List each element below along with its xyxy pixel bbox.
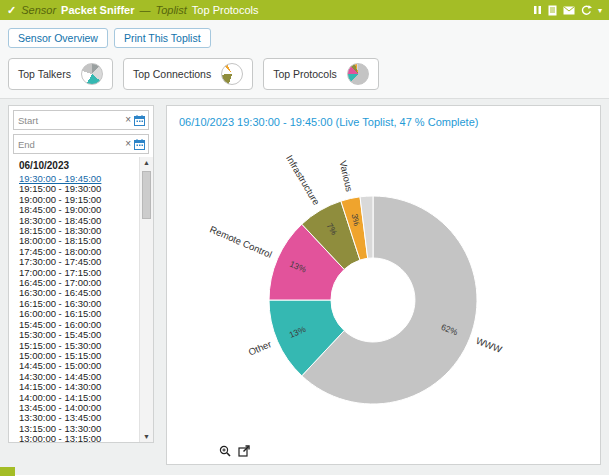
chart-tools xyxy=(219,445,250,457)
sensor-overview-button[interactable]: Sensor Overview xyxy=(8,28,108,48)
time-range-panel: × × 06/10/2023 19:30:00 - 19:45:0019:15:… xyxy=(8,105,154,443)
email-icon[interactable] xyxy=(563,6,575,15)
open-new-window-icon[interactable] xyxy=(238,445,250,457)
time-range-item[interactable]: 14:15:00 - 14:30:00 xyxy=(9,382,139,392)
status-ok-icon: ✓ xyxy=(7,4,16,17)
date-header: 06/10/2023 xyxy=(9,157,139,174)
slice-category-label: Infrastructure xyxy=(284,153,322,207)
calendar-icon[interactable] xyxy=(134,139,145,150)
tab-label: Top Protocols xyxy=(273,68,337,80)
tab-top-talkers[interactable]: Top Talkers xyxy=(8,58,113,90)
refresh-icon[interactable] xyxy=(581,5,592,16)
slice-category-label: Other xyxy=(246,338,272,358)
slice-category-label: Various xyxy=(337,160,355,193)
tab-label: Top Connections xyxy=(133,68,211,80)
slice-category-label: WWW xyxy=(474,335,503,355)
titlebar: ✓ Sensor Packet Sniffer — Toplist Top Pr… xyxy=(0,0,609,20)
scroll-up-icon[interactable]: ▲ xyxy=(140,159,153,166)
chart-title: 06/10/2023 19:30:00 - 19:45:00 (Live Top… xyxy=(179,116,596,128)
breadcrumb-separator: — xyxy=(139,4,150,16)
scroll-down-icon[interactable]: ▼ xyxy=(140,433,153,440)
breadcrumb-section-label: Toplist xyxy=(155,4,186,16)
breadcrumb-page-label: Top Protocols xyxy=(192,4,259,16)
slice-category-label: Remote Control xyxy=(208,224,273,261)
prtg-toplist-page: ✓ Sensor Packet Sniffer — Toplist Top Pr… xyxy=(0,0,609,476)
time-range-item[interactable]: 15:30:00 - 15:45:00 xyxy=(9,330,139,340)
breadcrumb-sensor-name[interactable]: Packet Sniffer xyxy=(61,4,134,16)
time-range-scroll: 06/10/2023 19:30:00 - 19:45:0019:15:00 -… xyxy=(9,157,139,442)
start-date-input[interactable] xyxy=(14,115,122,126)
end-date-row: × xyxy=(13,134,149,154)
tab-top-connections[interactable]: Top Connections xyxy=(123,58,253,90)
report-icon[interactable] xyxy=(548,5,557,16)
pause-icon[interactable] xyxy=(533,5,542,15)
pie-thumbnail-icon xyxy=(347,63,369,85)
refresh-menu-caret-icon[interactable]: ▾ xyxy=(598,6,602,15)
protocol-donut-chart: 62%WWW13%Other13%Remote Control7%Infrast… xyxy=(183,132,593,456)
titlebar-actions: ▾ xyxy=(533,5,602,16)
time-range-list: 19:30:00 - 19:45:0019:15:00 - 19:30:0019… xyxy=(9,174,139,442)
zoom-icon[interactable] xyxy=(219,445,231,457)
footer-accent xyxy=(0,467,15,476)
scrollbar[interactable]: ▲ ▼ xyxy=(139,157,153,442)
toplist-tabs: Top Talkers Top Connections Top Protocol… xyxy=(8,58,601,90)
clear-end-icon[interactable]: × xyxy=(125,139,131,149)
calendar-icon[interactable] xyxy=(134,115,145,126)
clear-start-icon[interactable]: × xyxy=(125,115,131,125)
tab-label: Top Talkers xyxy=(18,68,71,80)
time-range-list-region: 06/10/2023 19:30:00 - 19:45:0019:15:00 -… xyxy=(9,157,153,442)
time-range-item[interactable]: 13:00:00 - 13:15:00 xyxy=(9,434,139,442)
end-date-input[interactable] xyxy=(14,139,122,150)
start-date-row: × xyxy=(13,110,149,130)
pie-thumbnail-icon xyxy=(81,63,103,85)
pie-thumbnail-icon xyxy=(221,63,243,85)
content-area: × × 06/10/2023 19:30:00 - 19:45:0019:15:… xyxy=(0,99,609,475)
upper-strip: Sensor Overview Print This Toplist Top T… xyxy=(0,20,609,99)
toplist-panel: 06/10/2023 19:30:00 - 19:45:00 (Live Top… xyxy=(166,105,601,465)
toolbar: Sensor Overview Print This Toplist xyxy=(8,28,601,48)
breadcrumb-type-label: Sensor xyxy=(21,4,56,16)
scrollbar-thumb[interactable] xyxy=(142,171,151,219)
print-toplist-button[interactable]: Print This Toplist xyxy=(114,28,211,48)
tab-top-protocols[interactable]: Top Protocols xyxy=(263,58,379,90)
